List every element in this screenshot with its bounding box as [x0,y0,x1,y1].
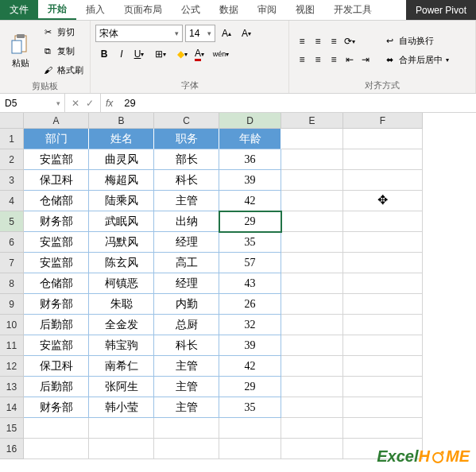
cell[interactable]: 张阿生 [89,377,154,397]
tab-power-pivot[interactable]: Power Pivot [406,0,476,20]
cell[interactable]: 39 [219,335,281,356]
row-header[interactable]: 5 [0,211,24,232]
align-left-button[interactable]: ≡ [294,52,310,68]
cell[interactable] [281,335,343,356]
cell[interactable]: 29 [219,211,281,232]
fx-icon[interactable]: fx [101,94,118,112]
cell[interactable]: 42 [219,356,281,377]
cell[interactable]: 武眠风 [89,211,154,232]
cell[interactable] [343,170,423,191]
cell[interactable] [281,129,343,149]
fill-color-button[interactable]: ◆▾ [173,45,191,63]
cell[interactable]: 主管 [154,377,219,397]
cell[interactable]: 部长 [154,149,219,170]
cell[interactable]: 主管 [154,397,219,418]
cell[interactable] [343,397,423,418]
cell[interactable] [281,439,343,459]
cell[interactable] [89,418,154,439]
cell[interactable] [281,170,343,191]
tab-view[interactable]: 视图 [286,0,324,20]
cancel-formula-button[interactable]: ✕ [72,98,79,109]
font-color-button[interactable]: A▾ [191,45,208,63]
cell[interactable] [281,273,343,294]
cell[interactable] [281,315,343,335]
cell[interactable] [24,418,89,439]
cell[interactable]: 韩宝驹 [89,335,154,356]
increase-font-button[interactable]: A▴ [218,25,235,42]
cell[interactable] [219,439,281,459]
cell[interactable]: 39 [219,170,281,191]
cut-button[interactable]: ✂剪切 [40,23,85,41]
cell[interactable] [281,418,343,439]
cell[interactable]: 仓储部 [24,191,89,211]
cell[interactable] [343,211,423,232]
cell[interactable]: 职务 [154,129,219,149]
tab-formula[interactable]: 公式 [172,0,210,20]
row-header[interactable]: 2 [0,149,24,170]
row-header[interactable]: 11 [0,335,24,356]
row-header[interactable]: 6 [0,232,24,253]
wrap-text-button[interactable]: ↩自动换行 [381,33,451,50]
row-header[interactable]: 14 [0,397,24,418]
border-button[interactable]: ⊞▾ [152,45,169,63]
column-header-F[interactable]: F [343,113,423,129]
align-center-button[interactable]: ≡ [310,52,326,68]
cell[interactable]: 朱聪 [89,294,154,315]
cell[interactable]: 柯镇恶 [89,273,154,294]
copy-button[interactable]: ⧉复制 [40,42,85,60]
cell[interactable]: 35 [219,397,281,418]
tab-layout[interactable]: 页面布局 [114,0,172,20]
align-middle-button[interactable]: ≡ [310,33,326,49]
cell[interactable]: 35 [219,232,281,253]
cell[interactable]: 经理 [154,273,219,294]
cell[interactable]: 经理 [154,232,219,253]
cell[interactable] [281,294,343,315]
cell[interactable] [281,232,343,253]
column-header-D[interactable]: D [219,113,281,129]
decrease-font-button[interactable]: A▾ [238,25,255,42]
cell[interactable]: 安监部 [24,253,89,273]
cell[interactable]: 安监部 [24,232,89,253]
tab-insert[interactable]: 插入 [76,0,114,20]
cell[interactable] [154,418,219,439]
cell[interactable] [343,418,423,439]
cell[interactable]: 陆乘风 [89,191,154,211]
cell[interactable]: 安监部 [24,335,89,356]
cell[interactable] [343,315,423,335]
cell[interactable]: 财务部 [24,294,89,315]
bold-button[interactable]: B [95,45,113,63]
cell[interactable] [281,377,343,397]
format-painter-button[interactable]: 🖌格式刷 [40,61,85,79]
phonetic-button[interactable]: wén▾ [212,45,230,63]
column-header-B[interactable]: B [89,113,154,129]
cell[interactable] [343,129,423,149]
cell[interactable] [281,253,343,273]
cell[interactable]: 主管 [154,356,219,377]
cell[interactable]: 32 [219,315,281,335]
italic-button[interactable]: I [113,45,130,63]
cell[interactable]: 26 [219,294,281,315]
row-header[interactable]: 7 [0,253,24,273]
cell[interactable] [89,439,154,459]
row-header[interactable]: 3 [0,170,24,191]
row-header[interactable]: 13 [0,377,24,397]
cell[interactable]: 科长 [154,335,219,356]
row-header[interactable]: 15 [0,418,24,439]
cell[interactable] [281,149,343,170]
cell[interactable]: 主管 [154,191,219,211]
cell[interactable] [343,294,423,315]
cell[interactable]: 财务部 [24,397,89,418]
cell[interactable]: 42 [219,191,281,211]
row-header[interactable]: 12 [0,356,24,377]
cell[interactable] [343,356,423,377]
paste-button[interactable]: 粘贴 [5,23,37,79]
column-header-C[interactable]: C [154,113,219,129]
tab-review[interactable]: 审阅 [248,0,286,20]
decrease-indent-button[interactable]: ⇤ [342,52,358,68]
confirm-formula-button[interactable]: ✓ [86,98,94,109]
cell[interactable] [281,211,343,232]
select-all-corner[interactable] [0,113,24,129]
cell[interactable]: 57 [219,253,281,273]
cell[interactable] [343,191,423,211]
font-name-select[interactable]: 宋体 [95,25,183,42]
